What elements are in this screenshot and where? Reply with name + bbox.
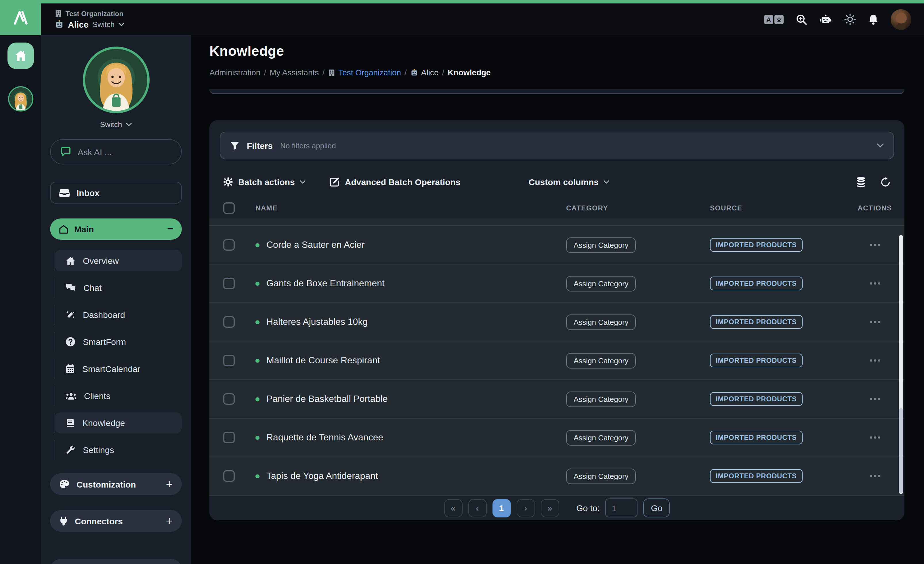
- column-header-actions: ACTIONS: [845, 204, 904, 212]
- sidebar-item-label: SmartForm: [83, 337, 126, 347]
- pagination-last-button[interactable]: »: [540, 499, 559, 517]
- chevron-down-icon: [300, 180, 306, 184]
- table-row[interactable]: Halteres Ajustables 10kg Assign Category…: [209, 302, 904, 341]
- row-checkbox[interactable]: [223, 316, 235, 328]
- sidebar-item-dashboard[interactable]: Dashboard: [55, 304, 182, 325]
- sidebar-group-main[interactable]: Main −: [50, 218, 182, 240]
- source-badge: IMPORTED PRODUCTS: [710, 238, 802, 252]
- custom-columns-label: Custom columns: [529, 177, 598, 187]
- pagination-prev-button[interactable]: ‹: [468, 499, 486, 517]
- robot-icon: [55, 19, 64, 29]
- row-actions-menu[interactable]: [870, 436, 880, 439]
- sidebar-group-connectors[interactable]: Connectors +: [50, 510, 182, 532]
- assistant-row[interactable]: Alice Switch: [55, 19, 124, 29]
- scrollbar-thumb[interactable]: [898, 408, 903, 493]
- sidebar-item-smartcalendar[interactable]: SmartCalendar: [55, 358, 182, 380]
- go-button[interactable]: Go: [644, 498, 670, 518]
- zoom-button[interactable]: [796, 13, 807, 25]
- organization-row[interactable]: Test Organization: [55, 9, 124, 18]
- breadcrumb-alice[interactable]: Alice: [410, 68, 439, 77]
- row-name: Panier de Basketball Portable: [255, 394, 566, 404]
- table-row[interactable]: Tapis de Yoga Antiderapant Assign Catego…: [209, 456, 904, 495]
- pagination-page-1[interactable]: 1: [492, 499, 511, 517]
- goto-page-input[interactable]: [606, 498, 638, 518]
- sidebar-item-label: Knowledge: [82, 418, 125, 428]
- table-scrollbar[interactable]: [898, 235, 903, 494]
- pagination-first-button[interactable]: «: [444, 499, 462, 517]
- row-checkbox[interactable]: [223, 393, 235, 405]
- status-dot-icon: [255, 243, 260, 247]
- sidebar-switch-button[interactable]: Switch: [50, 120, 182, 129]
- sidebar-inbox-button[interactable]: Inbox: [50, 182, 182, 203]
- database-view-button[interactable]: [856, 177, 866, 187]
- assign-category-button[interactable]: Assign Category: [566, 468, 636, 484]
- sidebar-item-clients[interactable]: Clients: [55, 385, 182, 407]
- expand-plus-icon: +: [166, 477, 172, 491]
- rail-home-button[interactable]: [7, 43, 34, 69]
- previous-card-bottom-edge: [209, 89, 904, 94]
- assign-category-button[interactable]: Assign Category: [566, 276, 636, 291]
- table-toolbar: Batch actions Advanced Batch Operations: [223, 177, 891, 187]
- rail-assistant-avatar[interactable]: [8, 86, 33, 112]
- row-actions-menu[interactable]: [870, 475, 880, 477]
- knowledge-table-card: Filters No filters applied: [209, 120, 904, 520]
- translate-button[interactable]: A: [764, 15, 784, 24]
- assign-category-button[interactable]: Assign Category: [566, 237, 636, 253]
- sidebar-item-chat[interactable]: Chat: [55, 277, 182, 298]
- row-checkbox[interactable]: [223, 278, 235, 289]
- status-dot-icon: [255, 474, 260, 478]
- main-group-label: Main: [74, 224, 94, 234]
- brand-logo[interactable]: [0, 0, 41, 35]
- row-actions-menu[interactable]: [870, 282, 880, 284]
- row-actions-menu[interactable]: [870, 359, 880, 362]
- select-all-checkbox[interactable]: [223, 202, 235, 214]
- icon-rail: [0, 35, 41, 564]
- row-actions-menu[interactable]: [870, 398, 880, 400]
- breadcrumb-test-organization[interactable]: Test Organization: [328, 68, 401, 77]
- row-checkbox[interactable]: [223, 239, 235, 251]
- row-actions-menu[interactable]: [870, 244, 880, 246]
- advanced-batch-operations-button[interactable]: Advanced Batch Operations: [330, 177, 460, 187]
- table-row[interactable]: Corde a Sauter en Acier Assign Category …: [209, 226, 904, 264]
- theme-toggle-button[interactable]: [844, 13, 856, 25]
- row-checkbox[interactable]: [223, 470, 235, 482]
- pagination: « ‹ 1 › » Go to: Go: [209, 495, 904, 520]
- table-row[interactable]: Gants de Boxe Entrainement Assign Catego…: [209, 264, 904, 302]
- plug-icon: [59, 516, 68, 526]
- sidebar-item-settings[interactable]: Settings: [55, 439, 182, 461]
- assign-category-button[interactable]: Assign Category: [566, 353, 636, 368]
- assistant-bot-button[interactable]: [819, 13, 832, 25]
- robot-head-icon: [819, 13, 832, 25]
- organization-name: Test Organization: [66, 9, 123, 18]
- breadcrumb-administration[interactable]: Administration: [209, 68, 260, 77]
- assign-category-button[interactable]: Assign Category: [566, 391, 636, 407]
- assign-category-button[interactable]: Assign Category: [566, 430, 636, 445]
- row-name: Halteres Ajustables 10kg: [255, 317, 566, 327]
- row-checkbox[interactable]: [223, 355, 235, 366]
- assign-category-button[interactable]: Assign Category: [566, 314, 636, 330]
- table-row[interactable]: Raquette de Tennis Avancee Assign Catego…: [209, 418, 904, 456]
- breadcrumb-my-assistants[interactable]: My Assistants: [270, 68, 319, 77]
- row-actions-menu[interactable]: [870, 321, 880, 323]
- filters-bar[interactable]: Filters No filters applied: [220, 132, 894, 159]
- ask-ai-input[interactable]: Ask AI ...: [50, 139, 182, 165]
- assistant-avatar-large[interactable]: [82, 46, 149, 113]
- sidebar-item-smartform[interactable]: SmartForm: [55, 331, 182, 352]
- user-avatar[interactable]: [891, 9, 911, 30]
- sidebar-item-knowledge[interactable]: Knowledge: [55, 412, 182, 434]
- pagination-next-button[interactable]: ›: [516, 499, 535, 517]
- breadcrumb-alice-label: Alice: [421, 68, 439, 77]
- sidebar-group-partial[interactable]: [50, 559, 182, 564]
- table-row[interactable]: Panier de Basketball Portable Assign Cat…: [209, 380, 904, 418]
- source-badge: IMPORTED PRODUCTS: [710, 277, 802, 290]
- sidebar-item-overview[interactable]: Overview: [55, 250, 182, 271]
- collapse-icon: −: [167, 223, 173, 235]
- batch-actions-button[interactable]: Batch actions: [223, 177, 306, 187]
- row-checkbox[interactable]: [223, 432, 235, 443]
- notifications-button[interactable]: [868, 13, 879, 25]
- sidebar-group-customization[interactable]: Customization +: [50, 473, 182, 495]
- custom-columns-button[interactable]: Custom columns: [529, 177, 610, 187]
- breadcrumb-link-label: Test Organization: [338, 68, 401, 77]
- refresh-button[interactable]: [880, 177, 891, 187]
- table-row[interactable]: Maillot de Course Respirant Assign Categ…: [209, 341, 904, 380]
